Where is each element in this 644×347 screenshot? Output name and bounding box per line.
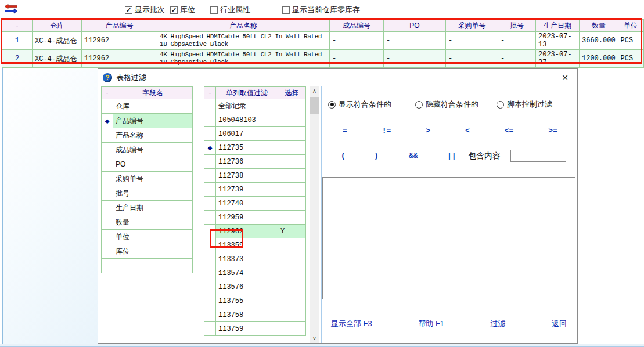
operator-button[interactable]: < xyxy=(465,126,470,135)
field-name-cell: 采购单号 xyxy=(113,172,193,186)
condition-expression-box[interactable] xyxy=(322,177,575,299)
annotation-value-highlight xyxy=(210,229,243,248)
field-name-cell: 产品名称 xyxy=(113,128,193,143)
value-marker-cell xyxy=(204,169,216,183)
radio-icon xyxy=(415,101,423,109)
toolbar-checkbox[interactable]: ✓显示批次 xyxy=(125,5,165,15)
field-name-cell: PO xyxy=(113,157,193,172)
field-row[interactable]: 采购单号 xyxy=(102,172,193,186)
operator-button[interactable]: = xyxy=(343,126,347,135)
checkbox-label: 库位 xyxy=(180,5,195,15)
value-row[interactable]: 112738 xyxy=(204,169,306,183)
value-row[interactable]: 113758 xyxy=(204,308,306,322)
field-name-cell: 单位 xyxy=(113,230,193,244)
operator-button[interactable]: && xyxy=(409,151,418,160)
value-select-cell xyxy=(278,99,306,113)
action-button[interactable]: 帮助 F1 xyxy=(418,319,444,329)
value-select-cell xyxy=(278,322,306,336)
value-row[interactable]: 113574 xyxy=(204,266,306,280)
field-row[interactable]: 数量 xyxy=(102,215,193,230)
value-select-cell xyxy=(278,294,306,308)
field-list: -字段名仓库◆产品编号产品名称成品编号PO采购单号批号生产日期数量单位库位 xyxy=(101,86,193,273)
search-input[interactable] xyxy=(33,3,96,13)
dialog-titlebar[interactable]: ? 表格过滤 ✕ xyxy=(98,69,577,86)
radio-icon xyxy=(328,101,336,109)
operator-button[interactable]: >= xyxy=(548,126,557,135)
value-header-row: -单列取值过滤选择 xyxy=(204,87,306,99)
field-marker-cell xyxy=(102,172,113,186)
operator-button[interactable]: != xyxy=(382,126,391,135)
comparison-operator-row: =!=><<=>= xyxy=(322,121,576,140)
action-button[interactable]: 返回 xyxy=(552,319,567,329)
operator-button[interactable]: <= xyxy=(505,126,514,135)
field-row[interactable]: 产品名称 xyxy=(102,128,193,143)
value-select-header: 选择 xyxy=(278,87,306,99)
toolbar-checkbox[interactable]: 行业属性 xyxy=(210,5,250,15)
field-row[interactable]: 仓库 xyxy=(102,99,193,114)
value-select-cell xyxy=(278,141,306,155)
value-row[interactable]: 113373 xyxy=(204,252,306,266)
value-cell: 113574 xyxy=(216,266,278,280)
swap-icon[interactable] xyxy=(5,4,17,14)
filter-mode-radio[interactable]: 显示符合条件的 xyxy=(328,99,391,110)
close-icon[interactable]: ✕ xyxy=(559,72,571,84)
field-row[interactable]: 库位 xyxy=(102,244,193,259)
value-row[interactable]: 113755 xyxy=(204,294,306,308)
filter-mode-radio[interactable]: 脚本控制过滤 xyxy=(497,99,552,110)
action-button[interactable]: 过滤 xyxy=(491,319,506,329)
value-marker-cell xyxy=(204,197,216,211)
field-name-cell: 产品编号 xyxy=(113,114,193,128)
value-row[interactable]: 106017 xyxy=(204,127,306,141)
value-marker-cell xyxy=(204,280,216,294)
value-row[interactable]: 113759 xyxy=(204,322,306,336)
value-cell: 112738 xyxy=(216,169,278,183)
value-cell: 113576 xyxy=(216,280,278,294)
value-select-cell xyxy=(278,183,306,197)
field-row[interactable]: ◆产品编号 xyxy=(102,114,193,128)
dialog-help-icon: ? xyxy=(103,73,112,82)
field-marker-cell xyxy=(102,157,113,172)
field-row[interactable]: 批号 xyxy=(102,186,193,201)
value-marker-cell xyxy=(204,252,216,266)
value-row[interactable]: 112736 xyxy=(204,155,306,169)
value-select-cell xyxy=(278,238,306,252)
operator-button[interactable]: ( xyxy=(341,151,346,160)
radio-dot xyxy=(330,103,334,106)
action-button[interactable]: 显示全部 F3 xyxy=(331,319,372,329)
toolbar-checkbox[interactable]: ✓库位 xyxy=(170,5,195,15)
annotation-table-highlight xyxy=(1,18,642,64)
value-cell: 105048103 xyxy=(216,113,278,127)
field-row[interactable]: 单位 xyxy=(102,230,193,244)
field-name-cell: 仓库 xyxy=(113,99,193,114)
operator-button[interactable]: ) xyxy=(374,151,379,160)
value-row[interactable]: 全部记录 xyxy=(204,99,306,113)
value-marker-cell xyxy=(204,308,216,322)
value-list-header: 单列取值过滤 xyxy=(216,87,278,99)
scroll-up-icon[interactable]: ∧ xyxy=(310,86,319,96)
value-row[interactable]: 105048103 xyxy=(204,113,306,127)
scrollbar-thumb[interactable] xyxy=(310,97,319,114)
filter-mode-radio[interactable]: 隐藏符合条件的 xyxy=(415,99,478,110)
scroll-down-icon[interactable]: ∨ xyxy=(310,334,319,343)
value-select-cell xyxy=(278,252,306,266)
value-select-cell xyxy=(278,308,306,322)
value-row[interactable]: ◆112735 xyxy=(204,141,306,155)
value-row[interactable]: 112959 xyxy=(204,211,306,225)
value-row[interactable]: 113576 xyxy=(204,280,306,294)
contains-input[interactable] xyxy=(510,150,566,162)
value-list-scrollbar[interactable]: ∧ ∨ xyxy=(310,86,319,343)
operator-button[interactable]: || xyxy=(447,151,456,160)
field-name-cell: 数量 xyxy=(113,215,193,230)
value-select-cell xyxy=(278,169,306,183)
field-row[interactable] xyxy=(102,259,193,273)
field-row[interactable]: 生产日期 xyxy=(102,201,193,215)
value-select-cell xyxy=(278,197,306,211)
value-marker-cell xyxy=(204,183,216,197)
value-row[interactable]: 112740 xyxy=(204,197,306,211)
value-row[interactable]: 112739 xyxy=(204,183,306,197)
field-row[interactable]: PO xyxy=(102,157,193,172)
toolbar-checkbox[interactable]: 显示当前仓库零库存 xyxy=(282,5,360,15)
operator-button[interactable]: > xyxy=(426,126,430,135)
field-row[interactable]: 成品编号 xyxy=(102,143,193,157)
value-cell: 106017 xyxy=(216,127,278,141)
